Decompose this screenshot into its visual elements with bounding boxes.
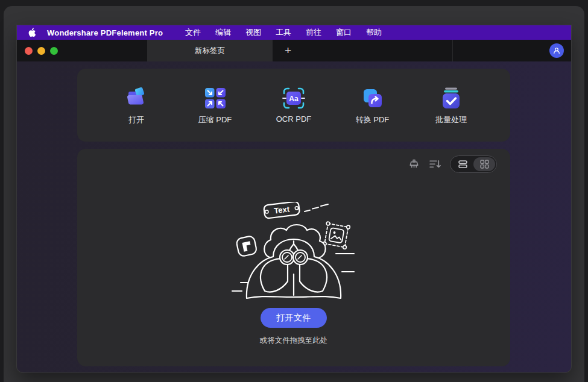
convert-pdf-icon [361, 87, 384, 110]
menu-item-help[interactable]: 帮助 [359, 27, 389, 38]
menu-item-file[interactable]: 文件 [178, 27, 208, 38]
user-icon [552, 46, 561, 55]
apple-menu-icon[interactable] [28, 28, 37, 38]
action-compress-pdf[interactable]: 压缩 PDF [188, 87, 243, 142]
ocr-icon-text: Aa [289, 95, 299, 103]
action-convert-pdf[interactable]: 转换 PDF [345, 87, 400, 142]
menu-item-view[interactable]: 视图 [238, 27, 268, 38]
panel-toolbar [408, 155, 497, 173]
action-label: OCR PDF [276, 114, 312, 124]
tab-new-tab-page[interactable]: 新标签页 [147, 40, 273, 61]
open-file-button[interactable]: 打开文件 [261, 308, 327, 328]
account-avatar-button[interactable] [549, 43, 564, 58]
action-label: 压缩 PDF [198, 114, 232, 125]
zoom-window-button[interactable] [50, 47, 58, 55]
open-folder-icon [125, 87, 148, 110]
minimize-window-button[interactable] [37, 47, 45, 55]
clean-icon[interactable] [408, 158, 420, 170]
tab-bar: 新标签页 + [17, 40, 571, 61]
action-batch-process[interactable]: 批量处理 [423, 87, 479, 142]
app-name: Wondershare PDFelement Pro [47, 28, 163, 37]
ocr-pdf-icon: Aa [282, 87, 305, 110]
action-label: 打开 [128, 114, 144, 125]
menu-items: 文件 编辑 视图 工具 前往 窗口 帮助 [178, 27, 389, 38]
sort-descending-icon[interactable] [429, 159, 441, 169]
tab-bar-divider [452, 40, 453, 61]
batch-process-icon [440, 87, 463, 110]
app-window: Wondershare PDFelement Pro 文件 编辑 视图 工具 前… [17, 25, 571, 372]
empty-state-illustration: Text [230, 202, 358, 303]
window-controls [17, 40, 147, 61]
quick-actions-panel: 打开 压缩 PDF [77, 69, 510, 142]
drop-hint-text: 或将文件拖拽至此处 [260, 336, 328, 346]
new-tab-button[interactable]: + [281, 40, 295, 61]
empty-state: Text 打开文件 或将文件拖拽至此处 [77, 149, 510, 366]
action-open[interactable]: 打开 [109, 87, 164, 142]
action-label: 批量处理 [435, 114, 467, 125]
menu-item-window[interactable]: 窗口 [329, 27, 359, 38]
content-area: 打开 压缩 PDF [17, 61, 571, 372]
compress-pdf-icon [204, 87, 227, 110]
menu-item-go[interactable]: 前往 [299, 27, 329, 38]
recent-files-panel: Text 打开文件 或将文件拖拽至此处 [77, 149, 510, 366]
illustration-text-tag: Text [273, 204, 290, 215]
list-view-button[interactable] [452, 157, 473, 171]
menu-item-edit[interactable]: 编辑 [208, 27, 238, 38]
view-toggle [450, 155, 497, 173]
grid-view-button[interactable] [473, 157, 495, 171]
menu-bar: Wondershare PDFelement Pro 文件 编辑 视图 工具 前… [17, 25, 571, 40]
tab-label: 新标签页 [195, 46, 225, 56]
action-ocr-pdf[interactable]: Aa OCR PDF [266, 87, 321, 142]
menu-item-tools[interactable]: 工具 [268, 27, 299, 38]
close-window-button[interactable] [25, 47, 33, 55]
action-label: 转换 PDF [356, 114, 390, 125]
